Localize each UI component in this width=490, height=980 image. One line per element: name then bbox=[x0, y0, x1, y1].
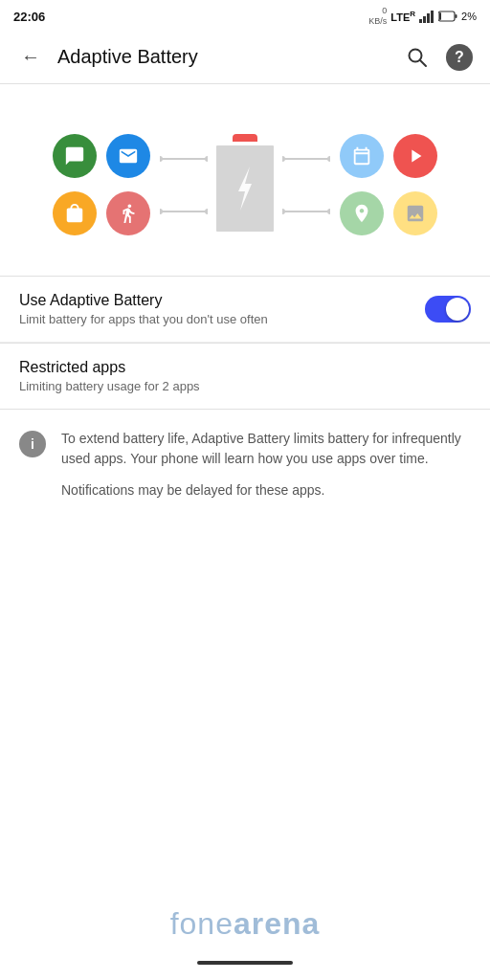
svg-point-10 bbox=[205, 156, 208, 162]
help-button[interactable]: ? bbox=[442, 40, 477, 75]
adaptive-battery-text: Use Adaptive Battery Limit battery for a… bbox=[19, 292, 425, 326]
svg-line-8 bbox=[420, 60, 426, 66]
back-button[interactable]: ← bbox=[13, 40, 48, 75]
app-icon-calendar bbox=[340, 134, 384, 178]
svg-point-12 bbox=[205, 209, 208, 214]
info-paragraph-1: To extend battery life, Adaptive Battery… bbox=[61, 429, 471, 469]
restricted-apps-title: Restricted apps bbox=[19, 359, 471, 376]
battery-percent: 2% bbox=[461, 11, 477, 22]
app-icon-messages bbox=[53, 134, 97, 178]
app-icon-video bbox=[393, 134, 437, 178]
info-section: i To extend battery life, Adaptive Batte… bbox=[0, 410, 490, 520]
app-icon-gallery bbox=[393, 191, 437, 235]
info-icon: i bbox=[19, 431, 46, 457]
app-icon-shopping bbox=[53, 191, 97, 235]
lte-indicator: LTER bbox=[390, 10, 415, 23]
settings-section: Use Adaptive Battery Limit battery for a… bbox=[0, 277, 490, 409]
watermark: fonearena bbox=[0, 906, 490, 942]
svg-rect-0 bbox=[419, 19, 422, 23]
toggle-thumb bbox=[446, 298, 469, 321]
right-connector-bottom bbox=[282, 202, 330, 221]
right-connector-top bbox=[282, 149, 330, 168]
bottom-nav-indicator bbox=[197, 961, 293, 965]
info-text: To extend battery life, Adaptive Battery… bbox=[61, 429, 471, 501]
search-icon bbox=[407, 47, 428, 68]
watermark-arena: arena bbox=[234, 906, 320, 941]
svg-rect-1 bbox=[423, 16, 426, 23]
svg-rect-6 bbox=[456, 14, 457, 18]
illustration-area bbox=[0, 84, 490, 277]
app-icon-fitness bbox=[106, 191, 150, 235]
back-arrow-icon: ← bbox=[21, 46, 40, 68]
left-connector-bottom bbox=[160, 202, 208, 221]
svg-point-11 bbox=[160, 209, 163, 214]
status-bar: 22:06 0 KB/s LTER 2% bbox=[0, 0, 490, 31]
lightning-icon bbox=[231, 165, 259, 212]
restricted-apps-text: Restricted apps Limiting battery usage f… bbox=[19, 359, 471, 393]
status-time: 22:06 bbox=[13, 10, 45, 24]
restricted-apps-subtitle: Limiting battery usage for 2 apps bbox=[19, 379, 471, 393]
page-title: Adaptive Battery bbox=[57, 46, 400, 68]
adaptive-battery-title: Use Adaptive Battery bbox=[19, 292, 425, 309]
toolbar-icons: ? bbox=[400, 40, 477, 75]
search-button[interactable] bbox=[400, 40, 434, 75]
svg-point-17 bbox=[327, 209, 330, 214]
svg-point-15 bbox=[327, 156, 330, 162]
battery-body bbox=[212, 141, 278, 236]
svg-marker-13 bbox=[238, 167, 252, 211]
app-icon-location bbox=[340, 191, 384, 235]
net-data: 0 KB/s bbox=[368, 6, 387, 27]
svg-rect-5 bbox=[439, 12, 441, 20]
left-connector-top bbox=[160, 149, 208, 168]
signal-icon bbox=[419, 11, 434, 23]
status-right: 0 KB/s LTER 2% bbox=[368, 6, 477, 27]
adaptive-battery-setting[interactable]: Use Adaptive Battery Limit battery for a… bbox=[0, 277, 490, 343]
app-icon-mail bbox=[106, 134, 150, 178]
info-paragraph-2: Notifications may be delayed for these a… bbox=[61, 480, 471, 501]
svg-rect-2 bbox=[427, 13, 430, 23]
adaptive-battery-toggle[interactable] bbox=[425, 296, 471, 323]
svg-rect-3 bbox=[431, 11, 434, 23]
toolbar: ← Adaptive Battery ? bbox=[0, 31, 490, 84]
svg-point-9 bbox=[160, 156, 163, 162]
battery-icon bbox=[438, 11, 457, 22]
adaptive-battery-subtitle: Limit battery for apps that you don't us… bbox=[19, 312, 425, 326]
restricted-apps-setting[interactable]: Restricted apps Limiting battery usage f… bbox=[0, 344, 490, 409]
watermark-fone: fone bbox=[170, 906, 234, 941]
svg-point-14 bbox=[282, 156, 285, 162]
svg-point-16 bbox=[282, 209, 285, 214]
help-icon: ? bbox=[446, 44, 473, 71]
